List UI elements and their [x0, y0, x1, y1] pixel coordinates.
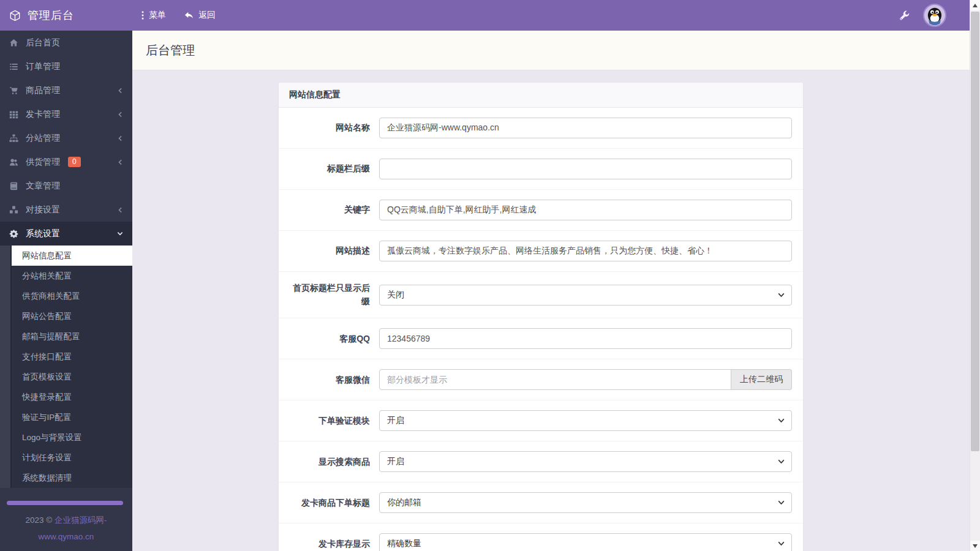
kebab-menu-icon [141, 11, 144, 20]
text-input[interactable] [379, 159, 792, 179]
scroll-up-arrow-icon [973, 4, 978, 7]
form-row: 首页标题栏只显示后缀关闭 [279, 272, 803, 318]
form-label: 发卡库存显示 [290, 538, 370, 551]
wrench-icon[interactable] [899, 10, 910, 21]
sidebar-horizontal-scrollbar-thumb[interactable] [7, 501, 123, 505]
sidebar-item-label: 订单管理 [26, 61, 60, 72]
form-label: 标题栏后缀 [290, 162, 370, 176]
sidebar-item-label: 对接设置 [26, 204, 60, 216]
copyright-line: 2023 © 企业猫源码网- [0, 512, 132, 528]
sidebar-item[interactable]: 分站管理 [0, 126, 132, 150]
menu-button[interactable]: 菜单 [132, 0, 175, 31]
footer-link-site-url[interactable]: www.qymao.cn [39, 532, 94, 541]
select-dropdown[interactable]: 你的邮箱 [379, 492, 792, 513]
form-label: 网站描述 [290, 244, 370, 258]
cubes-icon [9, 206, 19, 214]
form-label: 发卡商品下单标题 [290, 497, 370, 510]
form-control [379, 159, 792, 179]
return-arrow-icon [184, 12, 194, 20]
chevron-left-icon [117, 111, 124, 118]
sidebar-item[interactable]: 文章管理 [0, 174, 132, 198]
form-control [379, 328, 792, 349]
submenu-item[interactable]: 计划任务设置 [12, 448, 132, 468]
grid-icon [9, 110, 19, 119]
submenu-item[interactable]: 网站公告配置 [12, 306, 132, 326]
top-bar: 管理后台 菜单 返回 [0, 0, 970, 31]
sidebar-item[interactable]: 供货管理0 [0, 150, 132, 174]
sidebar: 后台首页订单管理商品管理发卡管理分站管理供货管理0文章管理对接设置系统设置网站信… [0, 31, 132, 551]
text-input[interactable] [379, 369, 731, 390]
sidebar-item[interactable]: 订单管理 [0, 54, 132, 78]
card-body: 网站名称标题栏后缀关键字网站描述首页标题栏只显示后缀关闭客服QQ客服微信上传二维… [279, 108, 803, 551]
form-row: 标题栏后缀 [279, 149, 803, 190]
submenu-item[interactable]: 支付接口配置 [12, 347, 132, 367]
sidebar-item[interactable]: 商品管理 [0, 78, 132, 102]
submenu-system-settings: 网站信息配置分站相关配置供货商相关配置网站公告配置邮箱与提醒配置支付接口配置首页… [0, 246, 132, 488]
sitemap-icon [9, 134, 19, 143]
form-row: 客服微信上传二维码 [279, 359, 803, 400]
scroll-up-button[interactable] [970, 0, 980, 10]
form-label: 首页标题栏只显示后缀 [290, 282, 370, 308]
select-dropdown[interactable]: 关闭 [379, 285, 792, 305]
form-row: 网站描述 [279, 231, 803, 272]
vertical-scrollbar-thumb[interactable] [971, 12, 979, 451]
select-dropdown[interactable]: 精确数量 [379, 533, 792, 551]
submenu-item[interactable]: 验证与IP配置 [12, 407, 132, 427]
sidebar-item[interactable]: 发卡管理 [0, 102, 132, 126]
avatar[interactable] [923, 4, 946, 27]
submenu-item[interactable]: 分站相关配置 [12, 266, 132, 286]
form-control: 你的邮箱 [379, 492, 792, 513]
select-chevron-icon [778, 541, 785, 546]
sidebar-nav: 后台首页订单管理商品管理发卡管理分站管理供货管理0文章管理对接设置系统设置网站信… [0, 31, 132, 488]
select-value: 你的邮箱 [387, 497, 421, 508]
footer-link-site-name[interactable]: 企业猫源码网- [55, 515, 107, 525]
select-value: 关闭 [387, 290, 404, 301]
scroll-down-arrow-icon [973, 544, 978, 548]
submenu-item[interactable]: 快捷登录配置 [12, 387, 132, 407]
sidebar-item[interactable]: 系统设置 [0, 222, 132, 246]
form-control: 开启 [379, 410, 792, 431]
text-input[interactable] [379, 200, 792, 220]
scroll-down-button[interactable] [970, 541, 980, 551]
submenu-item[interactable]: 首页模板设置 [12, 367, 132, 387]
text-input[interactable] [379, 118, 792, 138]
select-dropdown[interactable]: 开启 [379, 451, 792, 472]
form-row: 下单验证模块开启 [279, 400, 803, 441]
footer-url-line: www.qymao.cn [0, 528, 132, 545]
gear-icon [9, 230, 19, 238]
settings-card: 网站信息配置 网站名称标题栏后缀关键字网站描述首页标题栏只显示后缀关闭客服QQ客… [279, 83, 803, 551]
content-header: 后台管理 [132, 31, 970, 70]
form-control: 上传二维码 [379, 369, 792, 390]
text-input[interactable] [379, 241, 792, 261]
upload-qrcode-button[interactable]: 上传二维码 [731, 369, 792, 390]
menu-button-label: 菜单 [149, 10, 166, 21]
form-control: 精确数量 [379, 533, 792, 551]
submenu-item[interactable]: 邮箱与提醒配置 [12, 326, 132, 347]
sidebar-item[interactable]: 后台首页 [0, 31, 132, 54]
submenu-item[interactable]: Logo与背景设置 [12, 427, 132, 448]
sidebar-item-label: 系统设置 [26, 228, 60, 239]
form-label: 客服微信 [290, 373, 370, 387]
select-chevron-icon [778, 293, 785, 298]
sidebar-item[interactable]: 对接设置 [0, 198, 132, 222]
form-row: 发卡商品下单标题你的邮箱 [279, 482, 803, 523]
submenu-item[interactable]: 网站信息配置 [12, 246, 132, 266]
form-row: 发卡库存显示精确数量 [279, 523, 803, 551]
form-control: 开启 [379, 451, 792, 472]
input-group: 上传二维码 [379, 369, 792, 390]
users-icon [9, 158, 19, 167]
app-logo[interactable]: 管理后台 [0, 8, 132, 23]
sidebar-item-label: 文章管理 [26, 181, 60, 192]
submenu-item[interactable]: 供货商相关配置 [12, 286, 132, 306]
form-control [379, 118, 792, 138]
select-dropdown[interactable]: 开启 [379, 410, 792, 431]
sidebar-footer: 2023 © 企业猫源码网- www.qymao.cn [0, 512, 132, 545]
text-input[interactable] [379, 328, 792, 349]
page-title: 后台管理 [132, 31, 970, 59]
back-button[interactable]: 返回 [175, 0, 225, 31]
submenu-item[interactable]: 系统数据清理 [12, 468, 132, 488]
card-title: 网站信息配置 [279, 83, 803, 108]
chevron-left-icon [117, 87, 124, 94]
vertical-scrollbar[interactable] [970, 0, 980, 551]
cube-icon [9, 10, 21, 21]
